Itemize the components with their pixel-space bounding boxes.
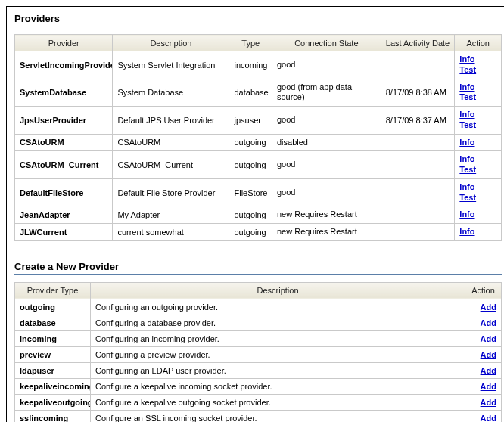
col-action: Action xyxy=(455,35,502,51)
add-link[interactable]: Add xyxy=(481,350,496,359)
provider-type-desc: Configuring an LDAP user provider. xyxy=(91,362,465,378)
create-heading: Create a New Provider xyxy=(14,261,502,272)
test-link[interactable]: Test xyxy=(459,165,496,175)
provider-type-desc: Configure an SSL incoming socket provide… xyxy=(91,410,465,422)
provider-desc: CSAtoURM xyxy=(113,134,229,151)
provider-type-desc: Configuring a database provider. xyxy=(91,315,465,330)
info-link[interactable]: Info xyxy=(459,182,496,193)
last-activity: 8/17/09 8:38 AM xyxy=(381,79,455,107)
table-row: keepaliveincomingConfigure a keepalive i… xyxy=(15,378,502,394)
add-link[interactable]: Add xyxy=(481,398,496,407)
provider-desc: System Servlet Integration xyxy=(113,51,229,79)
provider-type-cell: outgoing xyxy=(15,299,91,315)
provider-name: JeanAdapter xyxy=(15,206,113,224)
provider-desc: System Database xyxy=(113,79,229,107)
add-cell: Add xyxy=(465,330,502,346)
info-link[interactable]: Info xyxy=(459,138,496,148)
add-link[interactable]: Add xyxy=(481,318,496,327)
create-provider-table: Provider Type Description Action outgoin… xyxy=(14,282,502,422)
action-cell: InfoTest xyxy=(455,79,502,107)
info-link[interactable]: Info xyxy=(459,154,496,165)
info-link[interactable]: Info xyxy=(459,227,496,237)
providers-header-row: Provider Description Type Connection Sta… xyxy=(15,35,502,51)
table-row: keepaliveoutgoingConfigure a keepalive o… xyxy=(15,394,502,410)
test-link[interactable]: Test xyxy=(459,92,496,103)
provider-name: DefaultFileStore xyxy=(15,178,113,206)
table-row: ServletIncomingProviderSystem Servlet In… xyxy=(15,51,502,79)
create-header-row: Provider Type Description Action xyxy=(15,282,502,299)
provider-desc: My Adapter xyxy=(113,206,229,224)
table-row: SystemDatabaseSystem Databasedatabasegoo… xyxy=(15,79,502,107)
info-link[interactable]: Info xyxy=(459,82,496,93)
table-row: JpsUserProviderDefault JPS User Provider… xyxy=(15,107,502,135)
col-create-description: Description xyxy=(91,282,465,299)
test-link[interactable]: Test xyxy=(459,193,496,203)
table-row: DefaultFileStoreDefault File Store Provi… xyxy=(15,178,502,206)
provider-desc: current somewhat xyxy=(113,224,229,241)
provider-type-cell: database xyxy=(15,315,91,330)
col-create-action: Action xyxy=(465,282,502,299)
connection-state: good xyxy=(272,151,381,179)
table-row: previewConfiguring a preview provider.Ad… xyxy=(15,346,502,362)
add-cell: Add xyxy=(465,378,502,394)
action-cell: InfoTest xyxy=(455,51,502,79)
provider-type: outgoing xyxy=(229,206,272,224)
provider-desc: Default JPS User Provider xyxy=(113,107,229,135)
last-activity: 8/17/09 8:37 AM xyxy=(381,107,455,135)
provider-type-desc: Configure a keepalive incoming socket pr… xyxy=(91,378,465,394)
connection-state: good xyxy=(272,107,381,135)
add-link[interactable]: Add xyxy=(481,382,496,391)
add-link[interactable]: Add xyxy=(481,366,496,375)
add-cell: Add xyxy=(465,315,502,330)
add-cell: Add xyxy=(465,410,502,422)
info-link[interactable]: Info xyxy=(459,110,496,120)
action-cell: InfoTest xyxy=(455,151,502,179)
table-row: JLWCurrentcurrent somewhatoutgoingnew Re… xyxy=(15,224,502,241)
add-link[interactable]: Add xyxy=(481,303,496,312)
provider-type-cell: preview xyxy=(15,346,91,362)
provider-type-desc: Configure a keepalive outgoing socket pr… xyxy=(91,394,465,410)
providers-heading: Providers xyxy=(14,13,502,24)
last-activity xyxy=(381,206,455,224)
table-row: JeanAdapterMy Adapteroutgoingnew Require… xyxy=(15,206,502,224)
provider-type: outgoing xyxy=(229,224,272,241)
last-activity xyxy=(381,224,455,241)
col-type: Type xyxy=(229,35,272,51)
add-cell: Add xyxy=(465,394,502,410)
provider-type-desc: Configuring an incoming provider. xyxy=(91,330,465,346)
provider-name: JLWCurrent xyxy=(15,224,113,241)
last-activity xyxy=(381,51,455,79)
connection-state: good (from app data source) xyxy=(272,79,381,107)
action-cell: InfoTest xyxy=(455,178,502,206)
connection-state: new Requires Restart xyxy=(272,224,381,241)
action-cell: InfoTest xyxy=(455,107,502,135)
connection-state: disabled xyxy=(272,134,381,151)
info-link[interactable]: Info xyxy=(459,54,496,65)
connection-state: good xyxy=(272,51,381,79)
provider-type-cell: keepaliveoutgoing xyxy=(15,394,91,410)
add-link[interactable]: Add xyxy=(481,414,496,422)
provider-desc: CSAtoURM_Current xyxy=(113,151,229,179)
last-activity xyxy=(381,151,455,179)
connection-state: new Requires Restart xyxy=(272,206,381,224)
col-last-activity: Last Activity Date xyxy=(381,35,455,51)
provider-type-cell: keepaliveincoming xyxy=(15,378,91,394)
provider-type-cell: sslincoming xyxy=(15,410,91,422)
table-row: CSAtoURM_CurrentCSAtoURM_Currentoutgoing… xyxy=(15,151,502,179)
test-link[interactable]: Test xyxy=(459,120,496,131)
action-cell: Info xyxy=(455,206,502,224)
table-row: CSAtoURMCSAtoURMoutgoingdisabledInfo xyxy=(15,134,502,151)
provider-name: CSAtoURM xyxy=(15,134,113,151)
provider-type: outgoing xyxy=(229,134,272,151)
provider-name: CSAtoURM_Current xyxy=(15,151,113,179)
table-row: ldapuserConfiguring an LDAP user provide… xyxy=(15,362,502,378)
providers-panel: Providers Provider Description Type Conn… xyxy=(6,6,504,422)
provider-type-cell: incoming xyxy=(15,330,91,346)
add-link[interactable]: Add xyxy=(481,334,496,343)
table-row: sslincomingConfigure an SSL incoming soc… xyxy=(15,410,502,422)
test-link[interactable]: Test xyxy=(459,65,496,76)
last-activity xyxy=(381,178,455,206)
col-provider: Provider xyxy=(15,35,113,51)
info-link[interactable]: Info xyxy=(459,209,496,220)
provider-type-desc: Configuring an outgoing provider. xyxy=(91,299,465,315)
